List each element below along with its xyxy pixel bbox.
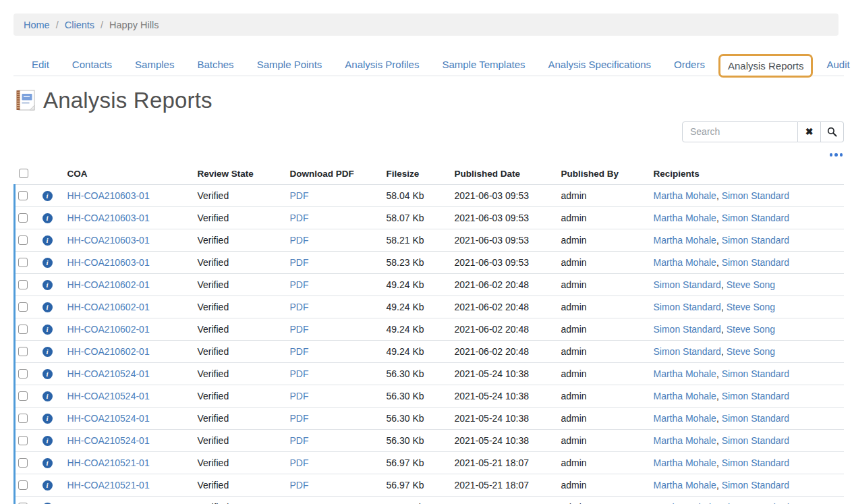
recipient-link[interactable]: Martha Mohale: [654, 391, 716, 401]
pdf-download-link[interactable]: PDF: [290, 457, 309, 468]
row-checkbox[interactable]: [18, 213, 28, 223]
row-checkbox[interactable]: [18, 391, 28, 401]
recipient-link[interactable]: Martha Mohale: [654, 413, 716, 424]
row-checkbox[interactable]: [18, 302, 28, 312]
tab-audit-log[interactable]: Audit Log: [815, 53, 852, 76]
pdf-download-link[interactable]: PDF: [290, 190, 309, 201]
recipient-link[interactable]: Martha Mohale: [654, 457, 716, 468]
more-options-ellipsis-icon[interactable]: [830, 152, 843, 159]
recipient-link[interactable]: Simon Standard: [722, 480, 789, 491]
coa-link[interactable]: HH-COA210524-01: [67, 368, 150, 379]
clear-search-button[interactable]: ✖: [798, 121, 821, 142]
recipient-link[interactable]: Simon Standard: [654, 346, 721, 357]
info-circle-icon[interactable]: i: [42, 347, 53, 357]
tab-sample-templates[interactable]: Sample Templates: [430, 53, 536, 76]
row-checkbox[interactable]: [18, 347, 28, 356]
info-circle-icon[interactable]: i: [42, 480, 53, 491]
info-circle-icon[interactable]: i: [42, 302, 53, 312]
coa-link[interactable]: HH-COA210521-01: [67, 480, 150, 491]
pdf-download-link[interactable]: PDF: [290, 324, 309, 335]
info-circle-icon[interactable]: i: [42, 369, 53, 379]
coa-link[interactable]: HH-COA210602-01: [67, 346, 150, 357]
tab-contacts[interactable]: Contacts: [61, 53, 123, 76]
coa-link[interactable]: HH-COA210602-01: [67, 324, 150, 335]
search-button[interactable]: [821, 121, 844, 142]
recipient-link[interactable]: Simon Standard: [722, 235, 789, 246]
pdf-download-link[interactable]: PDF: [290, 302, 309, 312]
tab-analysis-specifications[interactable]: Analysis Specifications: [537, 53, 663, 76]
recipient-link[interactable]: Simon Standard: [722, 190, 789, 201]
pdf-download-link[interactable]: PDF: [290, 235, 309, 246]
recipient-link[interactable]: Martha Mohale: [654, 435, 716, 446]
breadcrumb-link-clients[interactable]: Clients: [65, 20, 94, 30]
info-circle-icon[interactable]: i: [42, 280, 53, 290]
row-checkbox[interactable]: [18, 436, 28, 445]
recipient-link[interactable]: Martha Mohale: [654, 190, 716, 201]
tab-batches[interactable]: Batches: [186, 53, 245, 76]
pdf-download-link[interactable]: PDF: [290, 435, 309, 446]
row-checkbox[interactable]: [18, 369, 28, 379]
recipient-link[interactable]: Martha Mohale: [654, 257, 716, 268]
row-checkbox[interactable]: [18, 280, 28, 289]
info-circle-icon[interactable]: i: [42, 325, 53, 335]
pdf-download-link[interactable]: PDF: [290, 413, 309, 424]
row-checkbox[interactable]: [18, 191, 28, 200]
info-circle-icon[interactable]: i: [42, 391, 53, 401]
recipient-link[interactable]: Simon Standard: [722, 368, 789, 379]
recipient-link[interactable]: Steve Song: [727, 279, 775, 290]
select-all-checkbox[interactable]: [19, 169, 28, 178]
pdf-download-link[interactable]: PDF: [290, 391, 309, 401]
info-circle-icon[interactable]: i: [42, 235, 53, 246]
recipient-link[interactable]: Simon Standard: [654, 302, 721, 312]
pdf-download-link[interactable]: PDF: [290, 368, 309, 379]
recipient-link[interactable]: Simon Standard: [722, 457, 789, 468]
search-input[interactable]: [682, 121, 798, 142]
row-checkbox[interactable]: [18, 414, 28, 423]
recipient-link[interactable]: Steve Song: [727, 346, 775, 357]
row-checkbox[interactable]: [18, 325, 28, 334]
info-circle-icon[interactable]: i: [42, 458, 53, 468]
breadcrumb-link-home[interactable]: Home: [24, 20, 50, 30]
coa-link[interactable]: HH-COA210603-01: [67, 235, 150, 246]
coa-link[interactable]: HH-COA210603-01: [67, 190, 150, 201]
coa-link[interactable]: HH-COA210521-01: [67, 457, 150, 468]
pdf-download-link[interactable]: PDF: [290, 213, 309, 223]
tab-samples[interactable]: Samples: [123, 53, 186, 76]
info-circle-icon[interactable]: i: [42, 213, 53, 223]
recipient-link[interactable]: Steve Song: [727, 302, 775, 312]
coa-link[interactable]: HH-COA210602-01: [67, 279, 150, 290]
recipient-link[interactable]: Simon Standard: [722, 257, 789, 268]
recipient-link[interactable]: Simon Standard: [722, 391, 789, 401]
info-circle-icon[interactable]: i: [42, 414, 53, 424]
coa-link[interactable]: HH-COA210524-01: [67, 435, 150, 446]
pdf-download-link[interactable]: PDF: [290, 257, 309, 268]
recipient-link[interactable]: Martha Mohale: [654, 213, 716, 223]
recipient-link[interactable]: Simon Standard: [722, 413, 789, 424]
row-checkbox[interactable]: [18, 235, 28, 245]
tab-analysis-profiles[interactable]: Analysis Profiles: [333, 53, 430, 76]
recipient-link[interactable]: Martha Mohale: [654, 235, 716, 246]
recipient-link[interactable]: Simon Standard: [654, 324, 721, 335]
coa-link[interactable]: HH-COA210524-01: [67, 413, 150, 424]
info-circle-icon[interactable]: i: [42, 191, 53, 201]
recipient-link[interactable]: Simon Standard: [722, 435, 789, 446]
tab-orders[interactable]: Orders: [662, 53, 716, 76]
coa-link[interactable]: HH-COA210603-01: [67, 257, 150, 268]
pdf-download-link[interactable]: PDF: [290, 279, 309, 290]
coa-link[interactable]: HH-COA210603-01: [67, 213, 150, 223]
tab-sample-points[interactable]: Sample Points: [246, 53, 334, 76]
recipient-link[interactable]: Simon Standard: [654, 279, 721, 290]
recipient-link[interactable]: Steve Song: [727, 324, 775, 335]
row-checkbox[interactable]: [18, 458, 28, 468]
coa-link[interactable]: HH-COA210524-01: [67, 391, 150, 401]
recipient-link[interactable]: Simon Standard: [722, 213, 789, 223]
recipient-link[interactable]: Martha Mohale: [654, 480, 716, 491]
tab-analysis-reports[interactable]: Analysis Reports: [718, 54, 814, 78]
row-checkbox[interactable]: [18, 258, 28, 267]
pdf-download-link[interactable]: PDF: [290, 346, 309, 357]
recipient-link[interactable]: Martha Mohale: [654, 368, 716, 379]
row-checkbox[interactable]: [18, 480, 28, 490]
info-circle-icon[interactable]: i: [42, 258, 53, 268]
info-circle-icon[interactable]: i: [42, 436, 53, 446]
pdf-download-link[interactable]: PDF: [290, 480, 309, 491]
